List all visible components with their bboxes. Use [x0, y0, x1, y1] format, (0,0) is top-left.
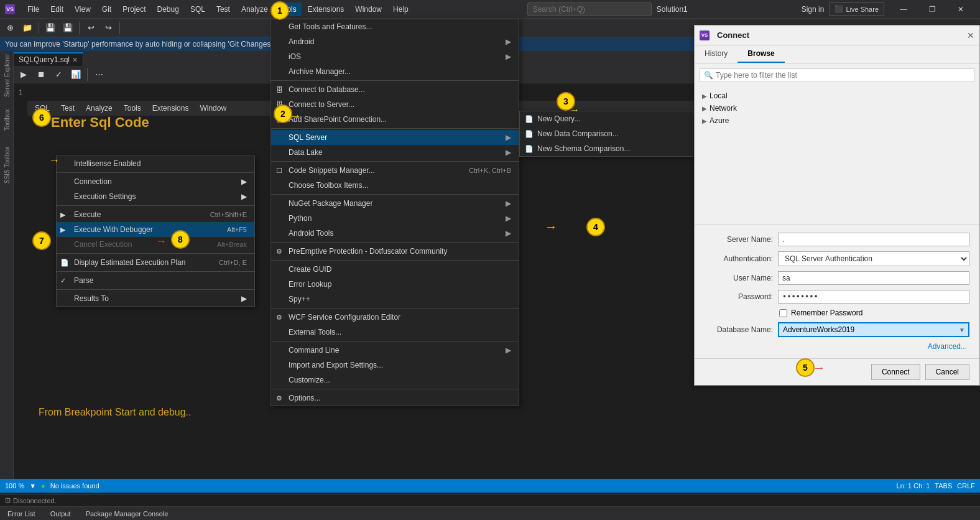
tab-output[interactable]: Output	[48, 509, 73, 519]
sql-menu-test[interactable]: Test	[56, 101, 80, 115]
dropdown-android-tools[interactable]: Android Tools ▶	[271, 226, 519, 241]
username-input[interactable]	[778, 271, 969, 285]
dropdown-command-line[interactable]: Command Line ▶	[271, 343, 519, 358]
menu-extensions[interactable]: Extensions	[303, 2, 349, 16]
dropdown-error-lookup[interactable]: Error Lookup	[271, 277, 519, 292]
sql-stop-btn[interactable]: ⏹	[34, 67, 49, 82]
menu-view[interactable]: View	[70, 2, 96, 16]
dropdown-android[interactable]: Android ▶	[271, 34, 519, 49]
dropdown-connect-db[interactable]: 🗄 Connect to Database...	[271, 82, 519, 97]
tab-close-icon[interactable]: ✕	[72, 56, 78, 64]
tab-browse[interactable]: Browse	[737, 45, 784, 63]
dropdown-customize[interactable]: Customize...	[271, 373, 519, 388]
tab-sqlquery1[interactable]: SQLQuery1.sql ✕	[14, 52, 83, 66]
password-input[interactable]	[778, 290, 969, 304]
toolbar-save-all-btn[interactable]: 💾	[60, 21, 75, 35]
minimize-button[interactable]: —	[889, 0, 918, 19]
context-cancel-execution[interactable]: Cancel Execution Alt+Break	[57, 237, 254, 252]
tree-azure[interactable]: ▶ Azure	[700, 114, 974, 127]
submenu-new-schema-comparison[interactable]: 📄 New Schema Comparison...	[520, 141, 693, 156]
tree-network[interactable]: ▶ Network	[700, 102, 974, 114]
tab-error-list[interactable]: Error List	[5, 509, 38, 519]
database-name-input[interactable]	[779, 323, 956, 336]
connect-search-box[interactable]: 🔍	[700, 68, 974, 82]
dropdown-toolbox-items[interactable]: Choose Toolbox Items...	[271, 178, 519, 193]
tab-package-manager[interactable]: Package Manager Console	[83, 509, 171, 519]
toolbar-save-btn[interactable]: 💾	[43, 21, 58, 35]
context-execution-settings[interactable]: Execution Settings ▶	[57, 189, 254, 204]
menu-analyze[interactable]: Analyze	[236, 2, 273, 16]
submenu-new-query[interactable]: 📄 New Query...	[520, 111, 693, 126]
menu-debug[interactable]: Debug	[152, 2, 184, 16]
tools-dropdown-menu[interactable]: Get Tools and Features... Android ▶ iOS …	[270, 19, 519, 406]
sql-parse-btn[interactable]: ✓	[51, 67, 66, 82]
sql-menu-tools[interactable]: Tools	[119, 101, 146, 115]
database-dropdown-icon[interactable]: ▼	[956, 327, 968, 333]
sql-server-submenu[interactable]: 📄 New Query... 📄 New Data Comparison... …	[519, 111, 693, 157]
dropdown-data-lake[interactable]: Data Lake ▶	[271, 145, 519, 160]
global-search-input[interactable]	[527, 2, 652, 16]
sql-context-menu[interactable]: Intellisense Enabled Connection ▶ Execut…	[56, 156, 255, 307]
connect-button[interactable]: Connect	[871, 364, 920, 380]
sql-menu-window[interactable]: Window	[195, 101, 231, 115]
sql-execute-btn[interactable]: ▶	[16, 67, 31, 82]
context-execute-debugger[interactable]: ▶ Execute With Debugger Alt+F5	[57, 222, 254, 237]
dropdown-options[interactable]: ⚙ Options...	[271, 391, 519, 406]
dropdown-get-tools[interactable]: Get Tools and Features...	[271, 19, 519, 34]
dropdown-code-snippets[interactable]: ☐ Code Snippets Manager... Ctrl+K, Ctrl+…	[271, 163, 519, 178]
dropdown-add-sharepoint[interactable]: 🗄 Add SharePoint Connection...	[271, 112, 519, 127]
toolbar-open-btn[interactable]: 📁	[20, 21, 35, 35]
context-execute[interactable]: ▶ Execute Ctrl+Shift+E	[57, 207, 254, 222]
toolbar-new-btn[interactable]: ⊕	[2, 21, 17, 35]
menu-git[interactable]: Git	[97, 2, 116, 16]
sidebar-ssis-toolbox[interactable]: SSIS Toolbox	[0, 143, 14, 187]
dropdown-create-guid[interactable]: Create GUID	[271, 262, 519, 277]
dropdown-external-tools[interactable]: External Tools...	[271, 325, 519, 340]
sign-in-label[interactable]: Sign in	[802, 5, 825, 14]
dropdown-wcf[interactable]: ⚙ WCF Service Configuration Editor	[271, 310, 519, 325]
menu-help[interactable]: Help	[388, 2, 414, 16]
menu-tools[interactable]: Tools	[274, 2, 302, 16]
toolbar-redo-btn[interactable]: ↪	[101, 21, 116, 35]
dropdown-connect-server[interactable]: 🗄 Connect to Server...	[271, 97, 519, 112]
close-button[interactable]: ✕	[946, 0, 975, 19]
connect-search-input[interactable]	[716, 71, 970, 80]
sidebar-server-explorer[interactable]: Server Explorer	[0, 53, 14, 97]
sql-more-btn[interactable]: ⋯	[91, 67, 106, 82]
dropdown-import-export[interactable]: Import and Export Settings...	[271, 358, 519, 373]
menu-sql[interactable]: SQL	[185, 2, 210, 16]
dropdown-preemptive[interactable]: ⚙ PreEmptive Protection - Dotfuscator Co…	[271, 244, 519, 259]
dropdown-ios[interactable]: iOS ▶	[271, 49, 519, 64]
sidebar-toolbox[interactable]: Toolbox	[0, 98, 14, 142]
advanced-link[interactable]: Advanced...	[705, 342, 969, 351]
context-results-to[interactable]: Results To ▶	[57, 291, 254, 306]
context-connection[interactable]: Connection ▶	[57, 174, 254, 189]
submenu-new-data-comparison[interactable]: 📄 New Data Comparison...	[520, 126, 693, 141]
authentication-select[interactable]: SQL Server Authentication Windows Authen…	[778, 251, 969, 266]
tree-local[interactable]: ▶ Local	[700, 90, 974, 102]
toolbar-undo-btn[interactable]: ↩	[83, 21, 98, 35]
zoom-dropdown-icon[interactable]: ▼	[29, 482, 36, 490]
maximize-button[interactable]: ❐	[918, 0, 946, 19]
menu-edit[interactable]: Edit	[45, 2, 68, 16]
menu-project[interactable]: Project	[118, 2, 150, 16]
sql-menu-analyze[interactable]: Analyze	[81, 101, 118, 115]
menu-window[interactable]: Window	[350, 2, 387, 16]
menu-file[interactable]: File	[22, 2, 44, 16]
connect-close-button[interactable]: ✕	[967, 30, 974, 40]
cancel-button[interactable]: Cancel	[925, 364, 969, 380]
server-name-input[interactable]	[778, 233, 969, 246]
sql-menu-extensions[interactable]: Extensions	[147, 101, 194, 115]
context-intellisense[interactable]: Intellisense Enabled	[57, 156, 254, 171]
context-parse[interactable]: ✓ Parse	[57, 273, 254, 288]
dropdown-nuget[interactable]: NuGet Package Manager ▶	[271, 196, 519, 211]
dropdown-spy[interactable]: Spy++	[271, 292, 519, 307]
live-share-button[interactable]: ⬛ Live Share	[829, 2, 884, 16]
remember-password-checkbox[interactable]	[779, 309, 787, 317]
dropdown-sql-server[interactable]: SQL Server ▶	[271, 130, 519, 145]
dropdown-python[interactable]: Python ▶	[271, 211, 519, 226]
context-display-plan[interactable]: 📄 Display Estimated Execution Plan Ctrl+…	[57, 255, 254, 270]
tab-history[interactable]: History	[695, 45, 737, 63]
sql-display-plan-btn[interactable]: 📊	[68, 67, 83, 82]
menu-test[interactable]: Test	[211, 2, 235, 16]
